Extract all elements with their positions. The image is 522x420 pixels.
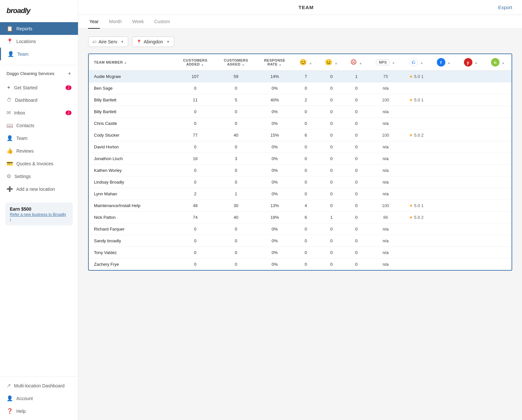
- table-row[interactable]: Lindsay Broadly 0 0 0% 0 0 0 n/a: [89, 176, 512, 188]
- nps-na: n/a: [383, 86, 389, 91]
- positive-smiley-icon: 😊: [299, 59, 307, 66]
- table-row[interactable]: Maintenance/Install Help 48 30 13% 4 0 0…: [89, 200, 512, 212]
- google-cell: ★5.0 2: [403, 212, 430, 223]
- team-member-name: Maintenance/Install Help: [89, 200, 175, 212]
- google-cell: [403, 165, 430, 176]
- facebook-cell: [430, 118, 457, 129]
- tab-custom[interactable]: Custom: [153, 15, 171, 29]
- col-header-nps[interactable]: NPS ▲: [369, 54, 403, 71]
- nextdoor-cell: [484, 259, 512, 270]
- yelp-cell: [457, 129, 484, 141]
- nextdoor-cell: [484, 165, 512, 176]
- customers-added-cell: 2: [175, 188, 216, 200]
- col-header-facebook[interactable]: f ▲: [430, 54, 457, 71]
- col-header-smiley-neutral[interactable]: 😐 ▲: [319, 54, 345, 71]
- sidebar-item-inbox[interactable]: ✉ Inbox 2: [0, 106, 78, 119]
- sidebar-item-reviews[interactable]: 👍 Reviews: [0, 144, 78, 157]
- table-row[interactable]: Tony Valdez 0 0 0% 0 0 0 n/a: [89, 247, 512, 259]
- customers-added-cell: 0: [175, 106, 216, 118]
- col-header-yelp[interactable]: y ▲: [457, 54, 484, 71]
- multi-dashboard-icon: ↗: [7, 382, 11, 389]
- nps-na: n/a: [383, 250, 389, 255]
- google-cell: [403, 141, 430, 153]
- neutral-cell: 0: [319, 82, 345, 94]
- inbox-icon: ✉: [7, 110, 11, 116]
- col-header-nextdoor[interactable]: n ▲: [484, 54, 512, 71]
- negative-cell: 0: [344, 212, 369, 223]
- negative-cell: 0: [344, 153, 369, 165]
- table-row[interactable]: Billy Bartlett 0 0 0% 0 0 0 n/a: [89, 106, 512, 118]
- neutral-cell: 0: [319, 106, 345, 118]
- sidebar-item-locations[interactable]: 📍 Locations: [0, 35, 78, 48]
- yelp-cell: [457, 71, 484, 82]
- service-filter[interactable]: 🏷 Aire Serv ▼: [88, 37, 128, 47]
- sidebar-item-multi-dashboard[interactable]: ↗ Multi-location Dashboard: [0, 379, 78, 392]
- google-cell: [403, 223, 430, 235]
- customers-added-cell: 0: [175, 223, 216, 235]
- col-header-customers-asked[interactable]: CUSTOMERSASKED▲: [216, 54, 256, 71]
- col-header-customers-added[interactable]: CUSTOMERSADDED▲: [175, 54, 216, 71]
- col-header-team-member[interactable]: TEAM MEMBER▲: [89, 54, 175, 71]
- table-row[interactable]: Nick Patton 74 40 18% 6 1 0 86 ★5.0 2: [89, 212, 512, 223]
- negative-cell: 0: [344, 235, 369, 247]
- facebook-cell: [430, 259, 457, 270]
- tab-year[interactable]: Year: [88, 15, 100, 29]
- table-row[interactable]: Jonathon Lluch 16 3 0% 0 0 0 n/a: [89, 153, 512, 165]
- company-selector[interactable]: Doggo Cleaning Services ▼: [0, 68, 78, 79]
- col-header-smiley-positive[interactable]: 😊 ▲: [293, 54, 319, 71]
- sidebar-item-quotes[interactable]: 💳 Quotes & Invoices: [0, 157, 78, 170]
- location-filter[interactable]: 📍 Abingdon ▼: [132, 37, 174, 47]
- sidebar: broadly 📋 Reports 📍 Locations 👤 Team Dog…: [0, 0, 78, 420]
- team-member-name: Tony Valdez: [89, 247, 175, 259]
- google-cell: [403, 118, 430, 129]
- star-icon: ★: [409, 74, 413, 79]
- google-cell: ★5.0 1: [403, 94, 430, 106]
- table-row[interactable]: Audie Mcgraw 107 59 14% 7 0 1 75 ★5.0 1: [89, 71, 512, 82]
- sidebar-item-settings[interactable]: ⚙ Settings: [0, 170, 78, 183]
- customers-added-cell: 0: [175, 141, 216, 153]
- sidebar-item-help[interactable]: ❓ Help: [0, 405, 78, 417]
- sidebar-item-add-location[interactable]: ➕ Add a new location: [0, 183, 78, 195]
- table-row[interactable]: Cody Stucker 77 40 15% 6 0 0 100 ★5.0 2: [89, 129, 512, 141]
- nps-na: n/a: [383, 121, 389, 126]
- customers-added-cell: 0: [175, 165, 216, 176]
- col-header-response-rate[interactable]: RESPONSERATE▲: [256, 54, 293, 71]
- export-button[interactable]: Export: [498, 5, 512, 10]
- negative-smiley-icon: ☹: [350, 59, 357, 66]
- table-row[interactable]: Lynn Mahan 2 1 0% 0 0 0 n/a: [89, 188, 512, 200]
- nps-na: n/a: [383, 180, 389, 185]
- tab-month[interactable]: Month: [108, 15, 123, 29]
- table-row[interactable]: Zachery Frye 0 0 0% 0 0 0 n/a: [89, 259, 512, 270]
- sidebar-item-team-report[interactable]: 👤 Team: [0, 48, 78, 60]
- table-row[interactable]: Kathen Worley 0 0 0% 0 0 0 n/a: [89, 165, 512, 176]
- table-row[interactable]: Chris Castle 0 0 0% 0 0 0 n/a: [89, 118, 512, 129]
- table-row[interactable]: Ben Sage 0 0 0% 0 0 0 n/a: [89, 82, 512, 94]
- table-row[interactable]: Richard Farquer 0 0 0% 0 0 0 n/a: [89, 223, 512, 235]
- sidebar-item-dashboard[interactable]: ⏱ Dashboard: [0, 94, 78, 106]
- response-rate-cell: 0%: [256, 259, 293, 270]
- table-row[interactable]: David Horton 0 0 0% 0 0 0 n/a: [89, 141, 512, 153]
- nps-cell: n/a: [369, 235, 403, 247]
- tab-week[interactable]: Week: [131, 15, 145, 29]
- team-member-name: Chris Castle: [89, 118, 175, 129]
- main-content: 🏷 Aire Serv ▼ 📍 Abingdon ▼ TEAM MEMBER▲: [78, 29, 522, 420]
- nps-cell: n/a: [369, 188, 403, 200]
- nps-na: n/a: [383, 109, 389, 114]
- facebook-platform-icon: f: [437, 58, 445, 67]
- sidebar-item-reports[interactable]: 📋 Reports: [0, 22, 78, 35]
- location-filter-value: Abingdon: [144, 39, 163, 44]
- sidebar-item-account[interactable]: 👤 Account: [0, 392, 78, 405]
- google-rating: ★5.0 1: [409, 74, 423, 79]
- earn-subtitle[interactable]: Refer a new business to Broadly ›: [10, 212, 68, 221]
- col-header-smiley-negative[interactable]: ☹ ▲: [344, 54, 369, 71]
- table-row[interactable]: Sandy broadly 0 0 0% 0 0 0 n/a: [89, 235, 512, 247]
- customers-asked-cell: 0: [216, 259, 256, 270]
- sidebar-item-contacts[interactable]: 📖 Contacts: [0, 119, 78, 132]
- col-header-google[interactable]: G ▲: [403, 54, 430, 71]
- sidebar-item-team[interactable]: 👤 Team: [0, 132, 78, 144]
- customers-asked-cell: 0: [216, 165, 256, 176]
- main-header: TEAM Export: [78, 0, 522, 15]
- table-row[interactable]: Billy Bartlett 11 5 40% 2 0 0 100 ★5.0 1: [89, 94, 512, 106]
- sidebar-item-get-started[interactable]: ✦ Get Started 2: [0, 81, 78, 94]
- nps-cell: 100: [369, 129, 403, 141]
